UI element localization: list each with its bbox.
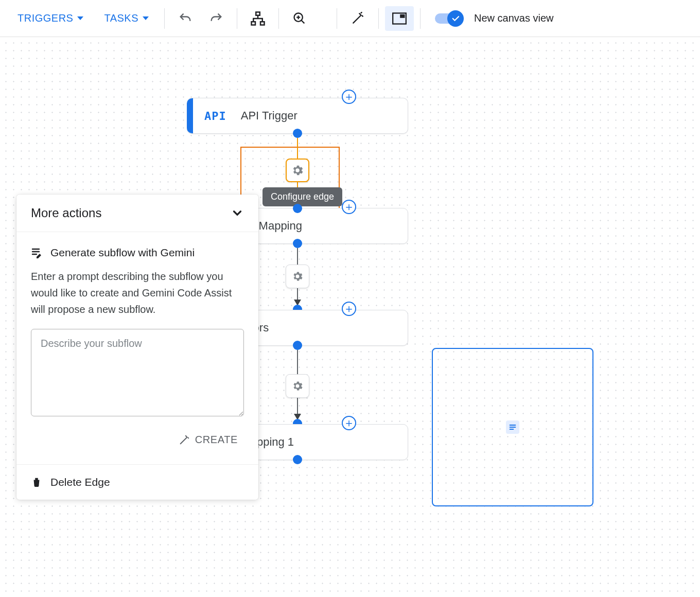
toolbar-separator [164,8,165,29]
zoom-dropdown[interactable] [316,6,330,31]
panel-body: Generate subflow with Gemini Enter a pro… [16,232,258,464]
gemini-title: Generate subflow with Gemini [50,247,195,259]
node-port-out[interactable] [293,455,302,464]
sitemap-icon [250,11,266,26]
magic-wand-button[interactable] [343,6,372,31]
undo-button[interactable] [171,6,200,31]
chevron-down-icon [143,16,149,20]
svg-rect-2 [260,22,265,25]
panel-header-toggle[interactable]: More actions [16,195,258,232]
svg-rect-5 [400,14,405,17]
zoom-button[interactable] [285,6,314,31]
node-port-out[interactable] [293,341,302,350]
gemini-description: Enter a prompt describing the subflow yo… [31,268,244,318]
create-label: CREATE [195,434,238,446]
toolbar-separator [378,8,379,29]
toggle-label: New canvas view [474,12,554,24]
selection-handle[interactable] [506,420,519,434]
configure-edge-button[interactable] [286,159,309,182]
selection-box[interactable] [432,348,593,506]
layout-button[interactable] [243,6,272,31]
chevron-down-icon [231,206,244,220]
trash-icon [31,476,42,488]
redo-icon [209,11,223,26]
more-actions-panel: More actions Generate subflow with Gemin… [16,195,258,500]
triggers-dropdown[interactable]: TRIGGERS [8,6,93,31]
configure-edge-button[interactable] [286,265,309,288]
toggle-knob [447,10,464,27]
add-node-button[interactable]: ＋ [342,200,356,214]
edit-note-icon [31,247,43,259]
toolbar-separator [237,8,237,29]
magic-wand-icon [351,12,364,25]
create-button[interactable]: CREATE [172,430,244,450]
add-node-button[interactable]: ＋ [342,302,356,316]
gemini-section-title: Generate subflow with Gemini [31,247,244,259]
delete-edge-label: Delete Edge [50,476,110,488]
configure-edge-tooltip: Configure edge [262,187,342,206]
toolbar: TRIGGERS TASKS [0,0,700,37]
toolbar-separator [278,8,279,29]
tasks-label: TASKS [104,12,138,24]
node-api-trigger[interactable]: API API Trigger [187,98,408,134]
panel-title: More actions [31,206,101,220]
add-node-button[interactable]: ＋ [342,416,356,430]
svg-rect-0 [256,12,260,15]
chevron-down-icon [77,16,83,20]
toolbar-separator [337,8,337,29]
node-label: API Trigger [241,109,297,122]
node-port-out[interactable] [293,129,302,138]
svg-rect-1 [252,22,256,25]
delete-edge-button[interactable]: Delete Edge [16,464,258,500]
configure-edge-button[interactable] [286,374,309,398]
node-port-in[interactable] [293,204,302,213]
triggers-label: TRIGGERS [18,12,73,24]
gear-icon [291,270,304,283]
list-icon [509,423,517,431]
magic-wand-icon [179,434,190,446]
undo-icon [178,11,192,26]
toolbar-separator [420,8,421,29]
add-node-button[interactable]: ＋ [342,90,356,104]
gear-icon [291,380,304,392]
zoom-in-icon [292,11,307,26]
redo-button[interactable] [202,6,231,31]
subflow-prompt-input[interactable] [31,329,244,416]
tasks-dropdown[interactable]: TASKS [95,6,158,31]
minimap-toggle-button[interactable] [385,6,414,31]
check-icon [451,14,460,23]
node-port-out[interactable] [293,239,302,248]
canvas-view-toggle[interactable] [435,13,462,24]
api-icon: API [204,110,226,122]
minimap-icon [392,12,407,25]
gear-icon [291,164,304,177]
